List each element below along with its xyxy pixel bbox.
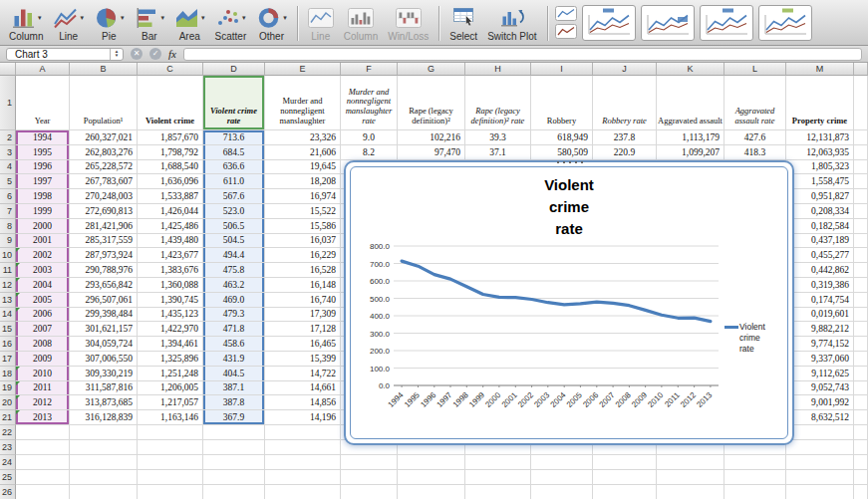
cell[interactable]: 1,805,323 — [786, 160, 854, 175]
cell[interactable]: 431.9 — [203, 352, 265, 367]
year-cell[interactable]: 2003 — [16, 263, 70, 278]
cell[interactable]: 1,857,670 — [138, 130, 203, 145]
cell[interactable]: 285,317,559 — [70, 234, 138, 249]
cell[interactable] — [465, 485, 531, 499]
bar-button[interactable]: ▾Bar — [130, 2, 170, 45]
cell[interactable]: 504.5 — [203, 234, 265, 249]
row-header[interactable]: 22 — [0, 425, 16, 440]
cell[interactable]: 0,019,601 — [786, 308, 854, 323]
cell[interactable]: 0,455,277 — [786, 248, 854, 263]
column-header-B[interactable]: B — [70, 63, 138, 76]
cell[interactable] — [854, 293, 868, 308]
cell[interactable]: 16,974 — [265, 189, 341, 204]
cell[interactable]: 293,656,842 — [70, 278, 138, 293]
cell[interactable] — [203, 425, 265, 440]
field-header-G[interactable]: Rape (legacy definition)² — [398, 76, 465, 130]
cell[interactable]: 580,509 — [531, 145, 593, 160]
cell[interactable]: 9,337,060 — [786, 352, 854, 367]
cell[interactable]: 506.5 — [203, 219, 265, 234]
year-cell[interactable]: 2012 — [16, 395, 70, 410]
row-header[interactable]: 17 — [0, 352, 16, 367]
cell[interactable]: 220.9 — [593, 145, 657, 160]
cell[interactable] — [70, 425, 138, 440]
column-header-I[interactable]: I — [531, 63, 593, 76]
cell[interactable]: 260,327,021 — [70, 130, 138, 145]
year-cell[interactable]: 2005 — [16, 293, 70, 308]
cell[interactable]: 17,309 — [265, 308, 341, 323]
cell[interactable]: 102,216 — [398, 130, 465, 145]
cell[interactable] — [203, 440, 265, 455]
cell[interactable]: 9,001,992 — [786, 395, 854, 410]
cell[interactable]: 1,163,146 — [138, 410, 203, 425]
chart-style-thumbnail[interactable] — [641, 5, 695, 41]
cell[interactable]: 1,425,486 — [138, 219, 203, 234]
cell[interactable] — [531, 470, 593, 485]
year-cell[interactable]: 2011 — [16, 381, 70, 396]
cell[interactable]: 21,606 — [265, 145, 341, 160]
cell[interactable]: 313,873,685 — [70, 395, 138, 410]
year-cell[interactable]: 1998 — [16, 189, 70, 204]
cell[interactable] — [724, 485, 786, 499]
cell[interactable]: 387.1 — [203, 381, 265, 396]
cell[interactable]: 9,052,743 — [786, 381, 854, 396]
cell[interactable] — [138, 470, 203, 485]
cell[interactable] — [854, 219, 868, 234]
cell[interactable] — [854, 308, 868, 323]
cell[interactable]: 299,398,484 — [70, 308, 138, 323]
row-header[interactable]: 5 — [0, 174, 16, 189]
cell[interactable] — [786, 485, 854, 499]
cell[interactable] — [854, 470, 868, 485]
year-cell[interactable]: 2010 — [16, 367, 70, 381]
cell[interactable]: 12,131,873 — [786, 130, 854, 145]
cell[interactable]: 290,788,976 — [70, 263, 138, 278]
cell[interactable] — [16, 485, 70, 499]
row-header[interactable]: 9 — [0, 234, 16, 249]
year-cell[interactable]: 2008 — [16, 337, 70, 352]
field-header-C[interactable]: Violent crime — [138, 76, 203, 130]
cell[interactable] — [854, 145, 868, 160]
cell[interactable]: 8,632,512 — [786, 410, 854, 425]
year-cell[interactable]: 2002 — [16, 248, 70, 263]
switch-plot-button[interactable]: Switch Plot — [482, 2, 541, 45]
chart-style-thumbnail[interactable] — [700, 5, 753, 41]
formula-input[interactable] — [183, 48, 862, 61]
year-cell[interactable]: 1996 — [16, 160, 70, 175]
cell[interactable]: 39.3 — [465, 130, 531, 145]
cell[interactable]: 1,636,096 — [138, 174, 203, 189]
cell[interactable]: 567.6 — [203, 189, 265, 204]
cell[interactable] — [854, 381, 868, 396]
cell[interactable]: 14,722 — [265, 367, 341, 381]
cell[interactable]: 684.5 — [203, 145, 265, 160]
cell[interactable] — [854, 425, 868, 440]
column-header-L[interactable]: L — [724, 63, 786, 76]
field-header-A[interactable]: Year — [16, 76, 70, 130]
cell[interactable]: 1,099,207 — [657, 145, 724, 160]
column-header-D[interactable]: D — [203, 63, 265, 76]
cell[interactable]: 14,196 — [265, 410, 341, 425]
cell[interactable]: 16,148 — [265, 278, 341, 293]
row-header[interactable]: 10 — [0, 248, 16, 263]
row-header[interactable]: 14 — [0, 308, 16, 323]
row-header[interactable]: 19 — [0, 381, 16, 396]
win-loss-button[interactable]: Win/Loss — [383, 2, 434, 45]
column-header-G[interactable]: G — [398, 63, 465, 76]
cell[interactable]: 0,442,862 — [786, 263, 854, 278]
cell[interactable] — [854, 234, 868, 249]
cell[interactable] — [854, 367, 868, 381]
cell[interactable]: 311,587,816 — [70, 381, 138, 396]
cell[interactable]: 37.1 — [465, 145, 531, 160]
cell[interactable] — [138, 455, 203, 470]
cell[interactable] — [854, 485, 868, 499]
cell[interactable]: 12,063,935 — [786, 145, 854, 160]
cell[interactable]: 1,426,044 — [138, 204, 203, 219]
row-header[interactable]: 15 — [0, 322, 16, 337]
cell[interactable] — [341, 485, 398, 499]
cell[interactable] — [854, 337, 868, 352]
cell[interactable] — [203, 470, 265, 485]
pie-button[interactable]: ▾Pie — [89, 2, 130, 45]
cell[interactable]: 18,208 — [265, 174, 341, 189]
cell[interactable]: 15,586 — [265, 219, 341, 234]
select-button[interactable]: Select — [444, 2, 482, 45]
year-cell[interactable]: 2007 — [16, 322, 70, 337]
cell[interactable]: 14,856 — [265, 395, 341, 410]
